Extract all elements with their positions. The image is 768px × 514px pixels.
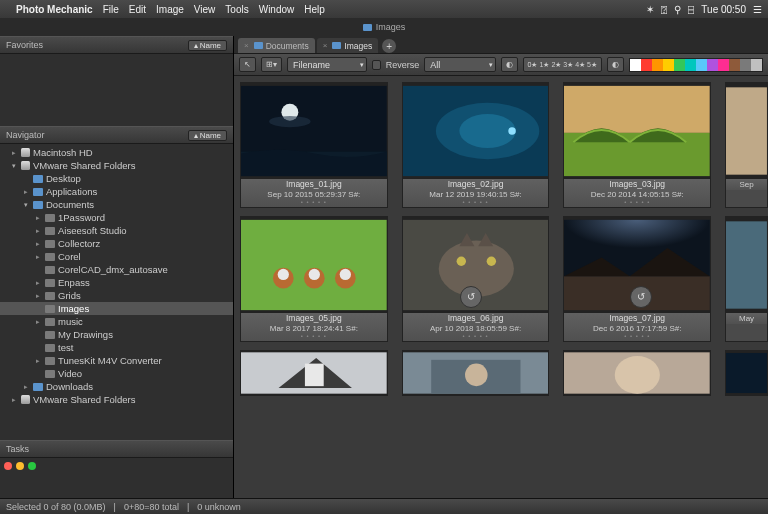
thumb-card[interactable] <box>563 350 711 396</box>
tree-collectorz[interactable]: ▸Collectorz <box>0 237 233 250</box>
thumb-card[interactable]: Sep <box>725 82 768 208</box>
tree-vmware[interactable]: ▾VMware Shared Folders <box>0 159 233 172</box>
favorites-sort-button[interactable]: ▴ Name <box>188 40 227 51</box>
tree-music[interactable]: ▸music <box>0 315 233 328</box>
color-swatch[interactable] <box>751 59 762 71</box>
svg-rect-10 <box>726 87 767 174</box>
tree-corel[interactable]: ▸Corel <box>0 250 233 263</box>
color-swatch[interactable] <box>674 59 685 71</box>
folder-icon <box>33 383 43 391</box>
color-swatch[interactable] <box>740 59 751 71</box>
folder-icon <box>45 253 55 261</box>
navigator-tree: ▸Macintosh HD ▾VMware Shared Folders Des… <box>0 144 233 440</box>
color-swatch[interactable] <box>718 59 729 71</box>
tree-vmware2[interactable]: ▸VMware Shared Folders <box>0 393 233 406</box>
svg-point-30 <box>465 363 488 386</box>
tree-video[interactable]: Video <box>0 367 233 380</box>
folder-icon <box>363 24 372 31</box>
color-swatch[interactable] <box>685 59 696 71</box>
tree-macintosh-hd[interactable]: ▸Macintosh HD <box>0 146 233 159</box>
menu-image[interactable]: Image <box>156 4 184 15</box>
tree-downloads[interactable]: ▸Downloads <box>0 380 233 393</box>
clock[interactable]: Tue 00:50 <box>701 4 746 15</box>
thumb-card[interactable]: Images_07.jpgDec 6 2016 17:17:59 S#:• • … <box>563 216 711 342</box>
toolbar: ↖ ⊞▾ Filename Reverse All ◐ 0★1★2★3★4★5★… <box>234 54 768 76</box>
color-swatch[interactable] <box>663 59 674 71</box>
thumb-card[interactable]: Images_01.jpgSep 10 2015 05:29:37 S#:• •… <box>240 82 388 208</box>
hd-icon <box>21 395 30 404</box>
status-unknown: 0 unknown <box>197 502 241 512</box>
navigator-sort-button[interactable]: ▴ Name <box>188 130 227 141</box>
reverse-label: Reverse <box>386 60 420 70</box>
view-mode-button[interactable]: ⊞▾ <box>261 57 282 72</box>
rotate-button[interactable]: ↺ <box>460 286 482 308</box>
color-toggle-button[interactable]: ◐ <box>607 57 624 72</box>
tree-grids[interactable]: ▸Grids <box>0 289 233 302</box>
hd-icon <box>21 148 30 157</box>
list-icon[interactable]: ☰ <box>753 4 762 15</box>
thumb-card[interactable] <box>725 350 768 396</box>
folder-icon <box>45 331 55 339</box>
menu-view[interactable]: View <box>194 4 216 15</box>
color-swatch[interactable] <box>652 59 663 71</box>
color-swatch[interactable] <box>707 59 718 71</box>
folder-icon <box>45 214 55 222</box>
tree-tuneskit[interactable]: ▸TunesKit M4V Converter <box>0 354 233 367</box>
thumb-card[interactable]: Images_02.jpgMar 12 2019 19:40:15 S#:• •… <box>402 82 550 208</box>
rotate-button[interactable]: ↺ <box>630 286 652 308</box>
rating-filter[interactable]: 0★1★2★3★4★5★ <box>523 57 602 72</box>
svg-point-20 <box>456 256 465 265</box>
tree-applications[interactable]: ▸Applications <box>0 185 233 198</box>
color-swatch[interactable] <box>630 59 641 71</box>
toggle-button[interactable]: ◐ <box>501 57 518 72</box>
help-icon[interactable]: ⍰ <box>661 4 667 15</box>
thumb-card[interactable]: Images_05.jpgMar 8 2017 18:24:41 S#:• • … <box>240 216 388 342</box>
new-tab-button[interactable]: + <box>382 39 396 53</box>
color-swatches[interactable] <box>629 58 763 72</box>
sort-select[interactable]: Filename <box>287 57 367 72</box>
tab-images[interactable]: ×Images <box>317 38 379 53</box>
tab-documents[interactable]: ×Documents <box>238 38 315 53</box>
svg-point-2 <box>269 116 310 127</box>
thumb-card[interactable]: Images_06.jpgApr 10 2018 18:05:59 S#:• •… <box>402 216 550 342</box>
folder-icon <box>45 318 55 326</box>
traffic-close-icon[interactable] <box>4 462 12 470</box>
folder-icon <box>33 201 43 209</box>
thumb-card[interactable] <box>402 350 550 396</box>
tree-mydrawings[interactable]: My Drawings <box>0 328 233 341</box>
search-icon[interactable]: ⚲ <box>674 4 681 15</box>
display-icon[interactable]: ⌸ <box>688 4 694 15</box>
sidebar: Favorites ▴ Name Navigator ▴ Name ▸Macin… <box>0 36 234 498</box>
close-icon[interactable]: × <box>323 41 330 50</box>
thumb-card[interactable]: Images_03.jpgDec 20 2014 14:05:15 S#:• •… <box>563 82 711 208</box>
svg-point-32 <box>615 356 660 394</box>
svg-point-15 <box>278 269 289 280</box>
reverse-checkbox[interactable] <box>372 60 381 70</box>
color-swatch[interactable] <box>729 59 740 71</box>
pointer-tool-button[interactable]: ↖ <box>239 57 256 72</box>
tree-desktop[interactable]: Desktop <box>0 172 233 185</box>
tree-images[interactable]: Images <box>0 302 233 315</box>
tree-corelcad[interactable]: CorelCAD_dmx_autosave <box>0 263 233 276</box>
tree-aiseesoft[interactable]: ▸Aiseesoft Studio <box>0 224 233 237</box>
menu-help[interactable]: Help <box>304 4 325 15</box>
traffic-min-icon[interactable] <box>16 462 24 470</box>
color-swatch[interactable] <box>641 59 652 71</box>
thumb-card[interactable]: May <box>725 216 768 342</box>
tree-enpass[interactable]: ▸Enpass <box>0 276 233 289</box>
menu-file[interactable]: File <box>103 4 119 15</box>
tree-1password[interactable]: ▸1Password <box>0 211 233 224</box>
menu-window[interactable]: Window <box>259 4 295 15</box>
color-swatch[interactable] <box>696 59 707 71</box>
tree-test[interactable]: test <box>0 341 233 354</box>
close-icon[interactable]: × <box>244 41 251 50</box>
menu-edit[interactable]: Edit <box>129 4 146 15</box>
menulet-icon[interactable]: ✶ <box>646 4 654 15</box>
menu-tools[interactable]: Tools <box>225 4 248 15</box>
app-name[interactable]: Photo Mechanic <box>16 4 93 15</box>
filter-select[interactable]: All <box>424 57 495 72</box>
folder-icon <box>45 240 55 248</box>
tree-documents[interactable]: ▾Documents <box>0 198 233 211</box>
thumb-card[interactable] <box>240 350 388 396</box>
traffic-zoom-icon[interactable] <box>28 462 36 470</box>
